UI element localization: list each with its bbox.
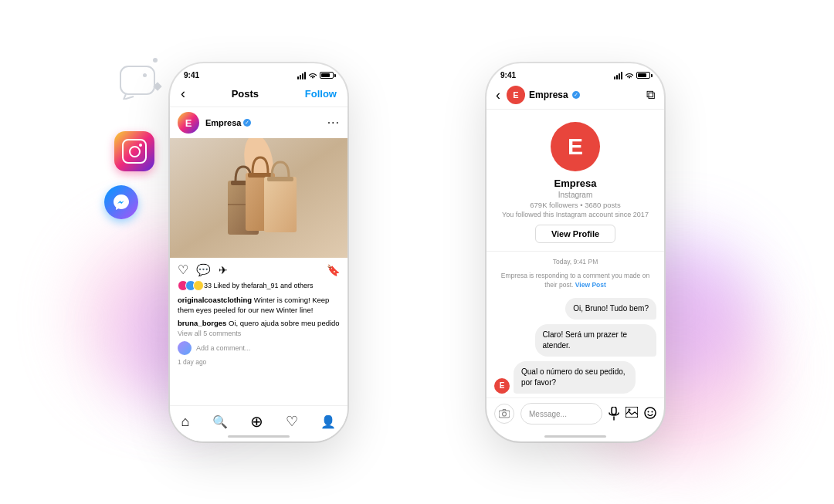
dm-messages-container: Today, 9:41 PM Empresa is responding to …: [486, 252, 664, 400]
add-comment-row: Add a comment...: [170, 339, 348, 357]
profile-name-left: Empresa: [205, 118, 241, 127]
dm-notification: Empresa is responding to a comment you m…: [494, 272, 656, 290]
likes-avatars: [178, 280, 201, 291]
dm-profile-name: Empresa: [554, 178, 597, 189]
likes-avatar-3: [193, 280, 204, 291]
svg-point-16: [629, 409, 631, 411]
svg-point-12: [503, 412, 507, 416]
chat-bubble-decoration: [120, 66, 158, 100]
profile-nav-icon[interactable]: 👤: [320, 414, 336, 429]
phone-right: 9:41 ‹ E Empresa ✓ ⧉: [486, 63, 664, 441]
phone-left: 9:41 ‹ Posts Follow: [170, 63, 348, 441]
search-nav-icon[interactable]: 🔍: [212, 414, 228, 429]
received-bubble-1: Qual o número do seu pedido, por favor?: [514, 361, 636, 394]
profile-avatar-left: E: [178, 112, 199, 134]
caption-username: originalcoastclothing: [178, 296, 252, 304]
message-placeholder: Message...: [529, 410, 567, 418]
svg-rect-11: [499, 411, 510, 418]
dm-date-label: Today, 9:41 PM: [494, 258, 656, 266]
dm-contact-name: Empresa: [529, 90, 568, 100]
image-icon[interactable]: [626, 407, 638, 418]
comment-username: bruna_borges: [178, 319, 226, 327]
comment-text: Oi, quero ajuda sobre meu pedido: [229, 319, 340, 327]
shopping-bags-svg: [170, 138, 348, 258]
back-button-left[interactable]: ‹: [181, 86, 185, 102]
heart-icon[interactable]: ♡: [178, 262, 188, 277]
view-all-comments[interactable]: View all 5 comments: [170, 329, 348, 339]
signal-icon-right: [614, 72, 622, 79]
home-indicator-right: [544, 435, 606, 438]
dm-nav-bar: ‹ E Empresa ✓ ⧉: [486, 83, 664, 110]
status-icons-left: [297, 72, 334, 79]
dm-messages: Today, 9:41 PM Empresa is responding to …: [486, 252, 664, 400]
heart-nav-icon[interactable]: ♡: [286, 413, 298, 430]
sent-bubble-1: Oi, Bruno! Tudo bem?: [565, 298, 656, 320]
profile-name-row: Empresa ✓: [205, 118, 321, 127]
received-avatar: E: [494, 378, 510, 394]
battery-icon-right: [636, 72, 650, 79]
sent-bubble-2: Claro! Será um prazer te atender.: [535, 324, 657, 357]
comment-icon[interactable]: 💬: [196, 263, 211, 277]
svg-rect-13: [612, 407, 616, 414]
dm-avatar-large: E: [551, 122, 600, 171]
status-bar-left: 9:41: [170, 63, 348, 83]
wifi-icon: [308, 72, 317, 79]
likes-text: 33 Liked by thefarah_91 and others: [204, 282, 314, 289]
add-comment-placeholder[interactable]: Add a comment...: [196, 344, 251, 352]
dm-profile-card: E Empresa Instagram 679K followers • 368…: [486, 110, 664, 252]
camera-button[interactable]: [494, 404, 514, 424]
follow-button[interactable]: Follow: [305, 88, 337, 100]
home-nav-icon[interactable]: ⌂: [181, 414, 190, 430]
dm-copy-icon[interactable]: ⧉: [646, 88, 655, 102]
dm-nav-info: E Empresa ✓: [507, 86, 640, 104]
time-left: 9:41: [184, 71, 199, 79]
status-bar-right: 9:41: [486, 63, 664, 83]
dm-profile-stats: 679K followers • 3680 posts: [530, 201, 620, 209]
more-options-left[interactable]: ···: [327, 116, 340, 130]
svg-rect-0: [120, 66, 154, 94]
messenger-icon: [104, 185, 138, 219]
add-nav-icon[interactable]: ⊕: [250, 412, 263, 431]
received-message-row: E Qual o número do seu pedido, por favor…: [494, 361, 656, 394]
time-ago: 1 day ago: [170, 357, 348, 370]
user-avatar-comment: [178, 341, 192, 355]
svg-point-18: [648, 411, 649, 413]
dm-follow-info: You followed this Instagram account sinc…: [502, 211, 649, 218]
status-icons-right: [614, 72, 650, 79]
action-icons-left: ♡ 💬 ✈: [178, 262, 228, 277]
verified-badge-right: ✓: [572, 91, 580, 99]
post-image: [170, 138, 348, 258]
camera-icon: [499, 409, 510, 418]
bookmark-icon[interactable]: 🔖: [327, 264, 340, 276]
time-right: 9:41: [500, 71, 516, 79]
view-post-link[interactable]: View Post: [575, 281, 606, 289]
comment-preview: bruna_borges Oi, quero ajuda sobre meu p…: [170, 318, 348, 329]
verified-badge-left: ✓: [243, 119, 251, 127]
dm-nav-avatar: E: [507, 86, 525, 104]
nav-bar-left: ‹ Posts Follow: [170, 83, 348, 107]
view-profile-button[interactable]: View Profile: [535, 225, 615, 243]
emoji-icon[interactable]: [644, 407, 656, 419]
likes-row: 33 Liked by thefarah_91 and others: [170, 280, 348, 293]
dm-input-icons: [609, 407, 656, 421]
dm-profile-subtitle: Instagram: [558, 191, 592, 199]
message-input[interactable]: Message...: [520, 403, 602, 425]
svg-point-19: [652, 411, 653, 413]
share-icon[interactable]: ✈: [219, 264, 228, 276]
action-row: ♡ 💬 ✈ 🔖: [170, 258, 348, 280]
battery-icon: [320, 72, 334, 79]
mic-icon[interactable]: [609, 407, 619, 421]
svg-rect-10: [267, 177, 293, 181]
post-caption: originalcoastclothing Winter is coming! …: [170, 293, 348, 318]
back-button-right[interactable]: ‹: [496, 87, 500, 103]
profile-row-left: E Empresa ✓ ···: [170, 107, 348, 138]
svg-rect-9: [264, 177, 297, 232]
signal-icon: [297, 72, 306, 79]
decorative-dot-1: [153, 58, 158, 63]
wifi-icon-right: [625, 72, 634, 79]
home-indicator-left: [228, 435, 290, 438]
posts-title: Posts: [232, 88, 259, 100]
svg-point-17: [645, 408, 656, 418]
instagram-icon: [114, 131, 154, 171]
dm-input-bar: Message...: [486, 397, 664, 429]
